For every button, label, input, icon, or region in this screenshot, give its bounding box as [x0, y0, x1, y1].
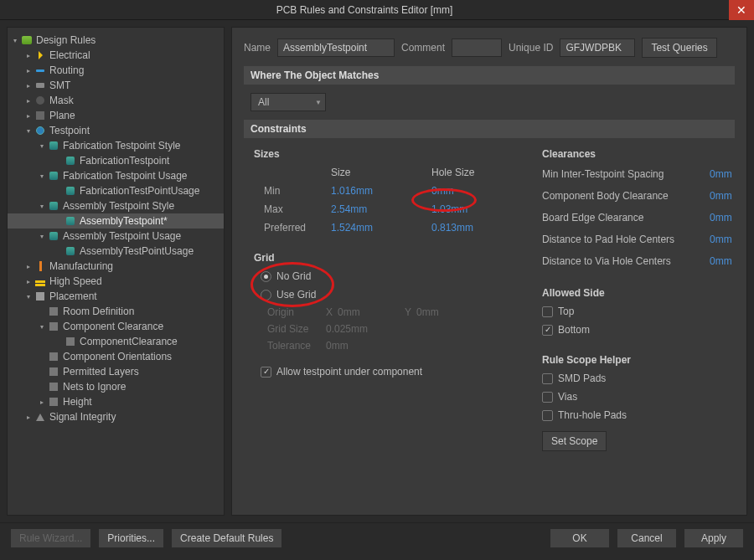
tree-label: Fabrication Testpoint Style	[63, 140, 181, 152]
max-size-value[interactable]: 2.54mm	[331, 203, 431, 215]
col-size: Size	[331, 167, 431, 178]
radio-icon	[261, 290, 271, 301]
name-input[interactable]	[277, 39, 395, 57]
tree-hs[interactable]: ▸ High Speed	[8, 274, 224, 289]
pad-value[interactable]: 0mm	[710, 234, 732, 245]
tree-fab-style-rule[interactable]: FabricationTestpoint	[8, 153, 224, 168]
tree-root[interactable]: ▾ Design Rules	[8, 33, 224, 48]
allowed-side-header: Allowed Side	[542, 287, 735, 299]
ok-button[interactable]: OK	[550, 528, 610, 548]
rule-wizard-button[interactable]: Rule Wizard...	[10, 528, 91, 548]
no-grid-label: No Grid	[276, 270, 311, 282]
caret-icon[interactable]: ▾	[38, 323, 46, 331]
caret-icon[interactable]: ▾	[38, 172, 46, 180]
tree-height[interactable]: ▸ Height	[8, 394, 224, 409]
caret-icon[interactable]: ▸	[38, 398, 46, 406]
via-value[interactable]: 0mm	[710, 255, 732, 267]
rule-icon	[48, 306, 59, 317]
tree-perm-layers[interactable]: Permitted Layers	[8, 364, 224, 379]
smd-checkbox[interactable]: SMD Pads	[542, 369, 735, 388]
no-grid-radio[interactable]: No Grid	[261, 267, 515, 285]
tree-comp-clr[interactable]: ▾ Component Clearance	[8, 319, 224, 334]
tree-nets-ignore[interactable]: Nets to Ignore	[8, 379, 224, 394]
gridsize-value: 0.025mm	[326, 323, 393, 335]
scope-combo[interactable]: All ▼	[250, 93, 326, 111]
caret-icon[interactable]: ▾	[11, 37, 19, 44]
uid-input[interactable]	[560, 39, 635, 57]
tree-asm-usage-rule[interactable]: AssemblyTestPointUsage	[8, 244, 224, 259]
placement-icon	[34, 290, 46, 302]
use-grid-label: Use Grid	[276, 289, 316, 301]
tree-asm-usage[interactable]: ▾ Assembly Testpoint Usage	[8, 229, 224, 244]
caret-icon[interactable]: ▸	[24, 278, 33, 285]
tree-room[interactable]: Room Definition	[8, 304, 224, 319]
comment-input[interactable]	[452, 39, 502, 57]
checkbox-icon	[542, 392, 553, 403]
tree-label: Assembly Testpoint Style	[63, 200, 174, 212]
apply-button[interactable]: Apply	[684, 528, 744, 548]
tree-smt[interactable]: ▸ SMT	[8, 78, 224, 93]
tree-label: Room Definition	[63, 306, 134, 317]
caret-icon[interactable]: ▾	[38, 142, 46, 150]
rule-icon	[48, 396, 59, 408]
caret-icon[interactable]: ▸	[24, 112, 33, 120]
caret-icon[interactable]: ▸	[24, 97, 33, 105]
pref-size-value[interactable]: 1.524mm	[331, 222, 431, 234]
caret-icon[interactable]: ▸	[24, 67, 33, 74]
priorities-button[interactable]: Priorities...	[98, 528, 164, 548]
tree-mask[interactable]: ▸ Mask	[8, 93, 224, 108]
tree-comp-clr-rule[interactable]: ComponentClearance	[8, 334, 224, 349]
tree-electrical[interactable]: ▸ Electrical	[8, 48, 224, 63]
intertp-value[interactable]: 0mm	[710, 168, 732, 180]
use-grid-radio[interactable]: Use Grid	[261, 285, 515, 304]
tree-fab-style[interactable]: ▾ Fabrication Testpoint Style	[8, 138, 224, 153]
tree-si[interactable]: ▸ Signal Integrity	[8, 409, 224, 424]
min-hole-value[interactable]: 0mm	[431, 185, 515, 197]
bottom-side-checkbox[interactable]: Bottom	[542, 321, 735, 339]
caret-icon[interactable]: ▾	[24, 127, 33, 135]
tree-fab-usage[interactable]: ▾ Fabrication Testpoint Usage	[8, 168, 224, 183]
tree-plane[interactable]: ▸ Plane	[8, 108, 224, 123]
create-defaults-button[interactable]: Create Default Rules	[171, 528, 282, 548]
allow-under-label: Allow testpoint under component	[276, 366, 422, 378]
tree-placement[interactable]: ▾ Placement	[8, 289, 224, 304]
checkbox-icon	[542, 410, 553, 421]
min-size-value[interactable]: 1.016mm	[331, 185, 431, 197]
caret-icon[interactable]: ▾	[24, 293, 33, 301]
cancel-button[interactable]: Cancel	[617, 528, 677, 548]
close-button[interactable]: ✕	[729, 0, 754, 20]
caret-icon[interactable]: ▸	[24, 263, 33, 270]
body-value[interactable]: 0mm	[710, 190, 732, 202]
tree-label: Signal Integrity	[49, 411, 116, 423]
gridsize-label: Grid Size	[267, 323, 326, 335]
tree-comp-orient[interactable]: Component Orientations	[8, 349, 224, 364]
rules-tree[interactable]: ▾ Design Rules ▸ Electrical ▸ Routing ▸ …	[7, 27, 225, 516]
sizes-header: Sizes	[254, 148, 515, 160]
vias-checkbox[interactable]: Vias	[542, 388, 735, 406]
max-hole-value[interactable]: 1.03mm	[431, 203, 515, 215]
tree-fab-usage-rule[interactable]: FabricationTestPointUsage	[8, 183, 224, 198]
y-label: Y	[405, 306, 416, 318]
caret-icon[interactable]: ▾	[38, 233, 46, 240]
test-queries-button[interactable]: Test Queries	[642, 38, 716, 58]
smt-icon	[34, 80, 46, 91]
caret-icon[interactable]: ▸	[24, 82, 33, 90]
tree-testpoint[interactable]: ▾ Testpoint	[8, 123, 224, 138]
pref-hole-value[interactable]: 0.813mm	[431, 222, 515, 234]
set-scope-button[interactable]: Set Scope	[542, 431, 607, 451]
tree-label: Electrical	[49, 49, 90, 61]
thru-checkbox[interactable]: Thru-hole Pads	[542, 406, 735, 424]
tree-routing[interactable]: ▸ Routing	[8, 63, 224, 78]
caret-icon[interactable]: ▸	[24, 52, 33, 59]
tree-asm-style-rule[interactable]: AssemblyTestpoint*	[8, 213, 224, 229]
tree-asm-style[interactable]: ▾ Assembly Testpoint Style	[8, 198, 224, 213]
pad-label: Distance to Pad Hole Centers	[542, 234, 710, 245]
edge-value[interactable]: 0mm	[710, 212, 732, 223]
name-label: Name	[244, 42, 271, 54]
caret-icon[interactable]: ▾	[38, 203, 46, 210]
tree-mfg[interactable]: ▸ Manufacturing	[8, 259, 224, 274]
caret-icon[interactable]: ▸	[24, 414, 33, 421]
top-side-checkbox[interactable]: Top	[542, 302, 735, 321]
routing-icon	[34, 64, 46, 76]
allow-under-checkbox[interactable]: Allow testpoint under component	[261, 362, 515, 381]
